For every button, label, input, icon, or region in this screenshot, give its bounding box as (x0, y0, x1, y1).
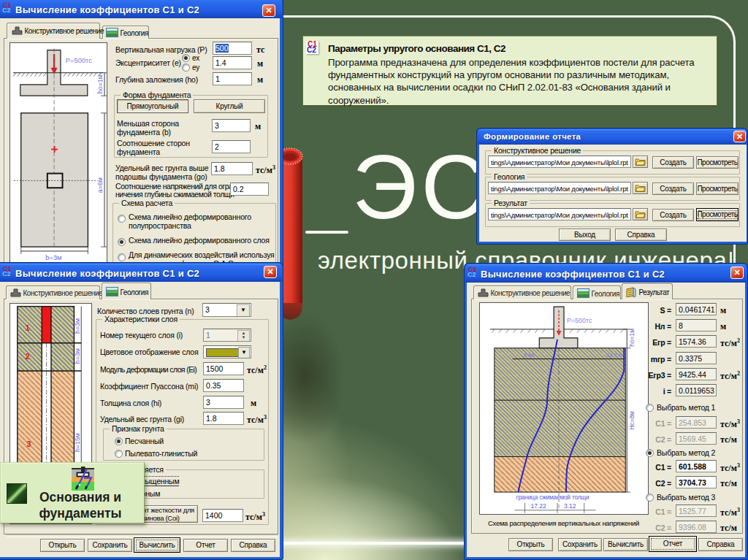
svg-text:а=6м: а=6м (96, 177, 104, 193)
svg-text:h=15м: h=15м (74, 433, 81, 452)
svg-text:5.86: 5.86 (523, 352, 535, 358)
svg-text:17.22: 17.22 (530, 502, 546, 510)
svg-text:P=500тс: P=500тс (66, 57, 92, 64)
svg-text:ho=1м: ho=1м (96, 74, 104, 93)
svg-text:3: 3 (27, 440, 31, 448)
svg-text:1: 1 (26, 323, 30, 332)
svg-text:b=3м: b=3м (45, 254, 61, 261)
svg-text:P=500тс: P=500тс (567, 317, 592, 324)
svg-text:граница сжимаемой толщи: граница сжимаемой толщи (516, 494, 589, 501)
svg-text:3.12: 3.12 (564, 502, 576, 510)
svg-text:h=3м: h=3м (74, 348, 81, 364)
svg-text:h=3м: h=3м (74, 318, 81, 334)
svg-text:2: 2 (26, 352, 30, 361)
